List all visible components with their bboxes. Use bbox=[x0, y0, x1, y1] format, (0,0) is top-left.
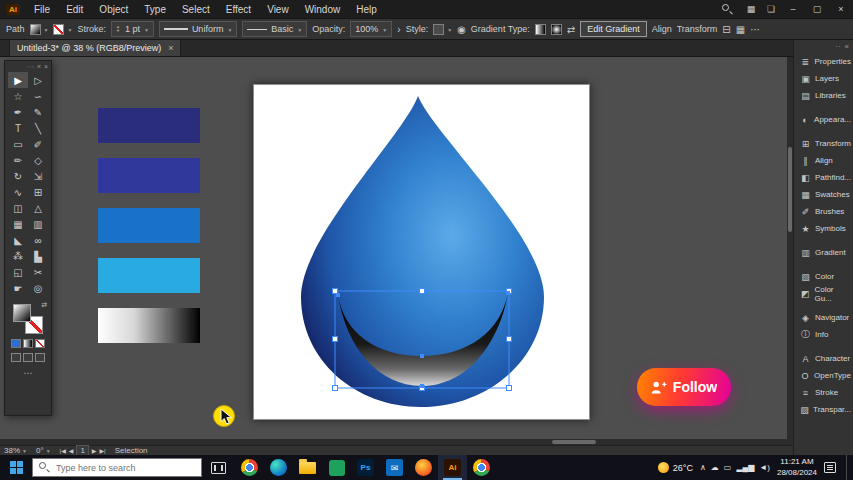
panel-tab-gradient[interactable]: ▥Gradient bbox=[794, 244, 853, 261]
gradient-tool[interactable]: ▥ bbox=[28, 216, 48, 232]
workspace-switcher-icon[interactable]: ▦ bbox=[741, 4, 761, 14]
none-mode-button[interactable] bbox=[35, 339, 45, 348]
panel-tab-opentype[interactable]: OOpenType bbox=[794, 367, 853, 384]
search-input[interactable] bbox=[56, 463, 188, 473]
vertical-scroll-thumb[interactable] bbox=[788, 147, 792, 232]
fill-indicator[interactable] bbox=[13, 304, 31, 322]
pen-tool[interactable]: ✒ bbox=[8, 104, 28, 120]
panel-tab-stroke[interactable]: ≡Stroke bbox=[794, 384, 853, 401]
scale-tool[interactable]: ⇲ bbox=[28, 168, 48, 184]
close-tab-icon[interactable]: × bbox=[168, 43, 173, 53]
reverse-gradient-icon[interactable]: ⇄ bbox=[567, 24, 575, 35]
signal-icon[interactable]: ▂▄▆ bbox=[736, 463, 754, 472]
menu-help[interactable]: Help bbox=[348, 4, 385, 15]
menu-file[interactable]: File bbox=[26, 4, 58, 15]
action-center-icon[interactable] bbox=[824, 462, 836, 473]
opacity-select[interactable]: 100% bbox=[350, 21, 392, 37]
style-select[interactable] bbox=[433, 24, 452, 35]
ellipsis-icon[interactable]: ⋯ bbox=[750, 24, 760, 35]
draw-inside-button[interactable] bbox=[35, 353, 45, 362]
stroke-weight-control[interactable]: 1 pt bbox=[111, 21, 154, 37]
swatch-dark-navy[interactable] bbox=[98, 108, 200, 143]
document-tab[interactable]: Untitled-3* @ 38 % (RGB8/Preview) × bbox=[9, 40, 181, 56]
taskbar-orange-app[interactable] bbox=[409, 455, 438, 480]
mesh-tool[interactable]: ▦ bbox=[8, 216, 28, 232]
panel-tab-pathfind[interactable]: ◧Pathfind... bbox=[794, 169, 853, 186]
maximize-button[interactable]: ▢ bbox=[805, 0, 829, 18]
volume-icon[interactable]: ◄) bbox=[759, 463, 770, 472]
arrange-documents-icon[interactable]: ❏ bbox=[761, 4, 781, 14]
eyedropper-tool[interactable]: ◣ bbox=[8, 232, 28, 248]
brush-select[interactable]: Basic bbox=[242, 21, 307, 37]
color-mode-button[interactable] bbox=[11, 339, 21, 348]
stroke-color-control[interactable] bbox=[53, 24, 72, 35]
selection-tool[interactable]: ▶ bbox=[8, 72, 28, 88]
panel-tab-libraries[interactable]: ▤Libraries bbox=[794, 87, 853, 104]
menu-select[interactable]: Select bbox=[174, 4, 218, 15]
edit-toolbar-button[interactable]: ⋯ bbox=[24, 368, 33, 378]
stroke-swatch[interactable] bbox=[53, 24, 64, 35]
last-artboard-icon[interactable]: ▶| bbox=[99, 446, 105, 456]
panel-tab-character[interactable]: ACharacter bbox=[794, 350, 853, 367]
grid-icon[interactable]: ▦ bbox=[736, 24, 745, 35]
artboard-tool[interactable]: ◱ bbox=[8, 264, 28, 280]
taskbar-mail[interactable]: ✉ bbox=[380, 455, 409, 480]
battery-icon[interactable]: ▭ bbox=[724, 463, 732, 472]
swatch-bw-gradient[interactable] bbox=[98, 308, 200, 343]
swatch-navy[interactable] bbox=[98, 158, 200, 193]
collapse-panels-icon[interactable]: « bbox=[845, 42, 849, 51]
panel-tab-properties[interactable]: ≣Properties bbox=[794, 53, 853, 70]
stepper-icon[interactable] bbox=[116, 25, 120, 33]
next-artboard-icon[interactable]: ▶ bbox=[92, 446, 97, 456]
panel-tab-info[interactable]: ⓘInfo bbox=[794, 326, 853, 343]
linear-gradient-button[interactable] bbox=[535, 24, 546, 35]
taskbar-green-app[interactable] bbox=[322, 455, 351, 480]
lasso-tool[interactable]: ∽ bbox=[28, 88, 48, 104]
rectangle-tool[interactable]: ▭ bbox=[8, 136, 28, 152]
pasteboard[interactable]: Follow bbox=[0, 57, 793, 439]
taskbar-browser[interactable] bbox=[467, 455, 496, 480]
task-view-button[interactable] bbox=[211, 462, 226, 474]
transform-link[interactable]: Transform bbox=[677, 24, 718, 34]
panel-tab-brushes[interactable]: ✐Brushes bbox=[794, 203, 853, 220]
perspective-grid-tool[interactable]: △ bbox=[28, 200, 48, 216]
gradient-mode-button[interactable] bbox=[23, 339, 33, 348]
taskbar-chrome[interactable] bbox=[235, 455, 264, 480]
chevron-up-icon[interactable]: ∧ bbox=[700, 463, 706, 472]
first-artboard-icon[interactable]: |◀ bbox=[60, 446, 66, 456]
dock-options-icon[interactable]: ·· bbox=[835, 42, 840, 51]
prev-artboard-icon[interactable]: ◀ bbox=[69, 446, 74, 456]
radial-gradient-button[interactable] bbox=[551, 24, 562, 35]
isolate-icon[interactable]: ⊟ bbox=[722, 24, 730, 35]
menu-type[interactable]: Type bbox=[136, 4, 174, 15]
close-button[interactable]: × bbox=[829, 0, 853, 18]
swatch-blue[interactable] bbox=[98, 208, 200, 243]
swap-fill-stroke-icon[interactable]: ⇄ bbox=[41, 301, 47, 309]
variable-width-select[interactable]: Uniform bbox=[159, 21, 237, 37]
taskbar-edge[interactable] bbox=[264, 455, 293, 480]
panel-tab-navigator[interactable]: ◈Navigator bbox=[794, 309, 853, 326]
taskbar-search[interactable] bbox=[32, 458, 202, 477]
follow-button[interactable]: Follow bbox=[637, 368, 731, 406]
panel-tab-color-gu[interactable]: ◩Color Gu... bbox=[794, 285, 853, 302]
clock[interactable]: 11:21 AM 28/08/2024 bbox=[777, 457, 817, 478]
fill-color-control[interactable] bbox=[30, 24, 49, 35]
swatch-light-blue[interactable] bbox=[98, 258, 200, 293]
hand-tool[interactable]: ☛ bbox=[8, 280, 28, 296]
artboard[interactable] bbox=[253, 84, 590, 420]
rotation-select[interactable]: 0° bbox=[36, 446, 51, 456]
taskbar-illustrator[interactable]: Ai bbox=[438, 455, 467, 480]
menu-effect[interactable]: Effect bbox=[218, 4, 259, 15]
column-graph-tool[interactable]: ▙ bbox=[28, 248, 48, 264]
collapse-tools-icon[interactable]: « bbox=[37, 63, 41, 70]
more-options-icon[interactable]: › bbox=[397, 24, 400, 35]
menu-object[interactable]: Object bbox=[91, 4, 136, 15]
symbol-sprayer-tool[interactable]: ⁂ bbox=[8, 248, 28, 264]
cloud-icon[interactable]: ☁ bbox=[711, 463, 719, 472]
weather-widget[interactable]: 26°C bbox=[658, 462, 693, 473]
panel-tab-transpar[interactable]: ▨Transpar... bbox=[794, 401, 853, 418]
search-icon[interactable] bbox=[721, 3, 734, 16]
fill-stroke-indicator[interactable]: ⇄ bbox=[13, 304, 43, 334]
shape-builder-tool[interactable]: ◫ bbox=[8, 200, 28, 216]
type-tool[interactable]: T bbox=[8, 120, 28, 136]
